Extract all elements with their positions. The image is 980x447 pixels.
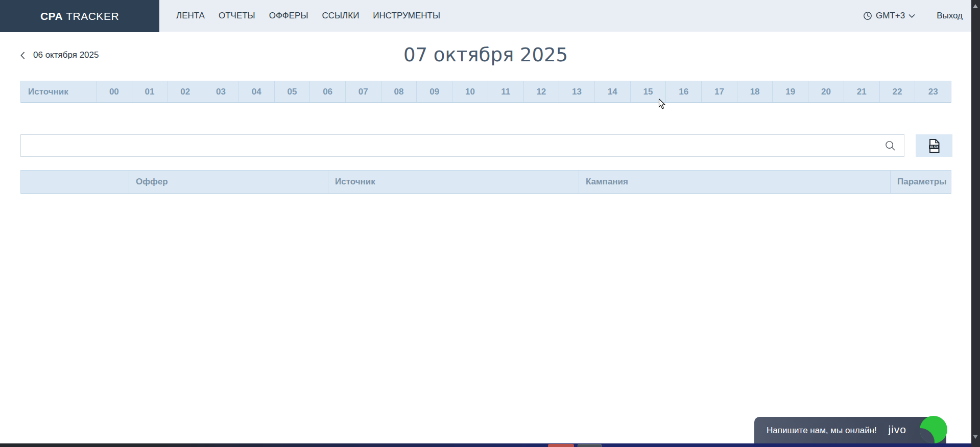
nav-item[interactable]: ИНСТРУМЕНТЫ <box>373 11 440 21</box>
search-input[interactable] <box>21 135 885 156</box>
hour-column-header: 02 <box>168 81 203 102</box>
results-column-header: Кампания <box>579 171 891 193</box>
hour-column-header: 04 <box>239 81 275 102</box>
logout-link[interactable]: Выход <box>937 11 963 21</box>
nav-item[interactable]: ССЫЛКИ <box>322 11 359 21</box>
results-column-header <box>21 171 129 193</box>
chat-widget[interactable]: Напишите нам, мы онлайн! jivo <box>754 417 946 447</box>
hour-column-header: 16 <box>666 81 702 102</box>
topbar-right: GMT+3 Выход <box>863 11 980 21</box>
hour-column-header: 23 <box>915 81 951 102</box>
timezone-label: GMT+3 <box>876 11 905 21</box>
nav-bar: ЛЕНТАОТЧЕТЫОФФЕРЫССЫЛКИИНСТРУМЕНТЫ GMT+3… <box>159 0 980 32</box>
search-icon[interactable] <box>885 140 896 151</box>
scroll-up-arrow[interactable] <box>973 4 978 8</box>
app-logo[interactable]: CPA TRACKER <box>0 0 159 32</box>
hour-column-header: 08 <box>381 81 417 102</box>
scroll-down-arrow[interactable] <box>973 435 978 439</box>
timezone-selector[interactable]: GMT+3 <box>863 11 915 21</box>
chat-message: Напишите нам, мы онлайн! <box>767 426 877 436</box>
hour-column-header: 10 <box>452 81 488 102</box>
source-column-header: Источник <box>21 81 97 102</box>
nav-item[interactable]: ОФФЕРЫ <box>269 11 308 21</box>
nav-item[interactable]: ОТЧЕТЫ <box>219 11 255 21</box>
hour-column-header: 18 <box>737 81 773 102</box>
hour-column-header: 07 <box>346 81 381 102</box>
hour-column-header: 20 <box>808 81 844 102</box>
jivo-brand-label: jivo <box>888 424 906 436</box>
page-title: 07 октября 2025 <box>0 44 971 66</box>
hour-column-header: 14 <box>595 81 631 102</box>
chevron-down-icon <box>909 14 915 18</box>
bottom-strip-gray-button <box>578 444 602 447</box>
xlsx-file-icon: XLSX <box>927 138 941 153</box>
bottom-strip <box>0 443 980 447</box>
results-column-header: Параметры <box>891 171 951 193</box>
scrollbar[interactable] <box>971 0 980 447</box>
hour-column-header: 01 <box>132 81 168 102</box>
clock-icon <box>863 11 872 20</box>
hour-column-header: 05 <box>275 81 310 102</box>
svg-text:XLSX: XLSX <box>930 145 939 149</box>
hour-column-header: 06 <box>310 81 346 102</box>
page: CPA TRACKER ЛЕНТАОТЧЕТЫОФФЕРЫССЫЛКИИНСТР… <box>0 0 980 447</box>
hour-columns: 0001020304050607080910111213141516171819… <box>97 81 951 102</box>
hour-column-header: 15 <box>631 81 666 102</box>
logo-bold-text: CPA <box>40 10 63 22</box>
results-header-table: ОфферИсточникКампанияПараметры <box>20 170 951 194</box>
logo-rest-text: TRACKER <box>66 10 119 22</box>
hour-column-header: 21 <box>844 81 880 102</box>
main-nav: ЛЕНТАОТЧЕТЫОФФЕРЫССЫЛКИИНСТРУМЕНТЫ <box>176 11 440 21</box>
hours-header-table: Источник 0001020304050607080910111213141… <box>20 81 951 103</box>
hour-column-header: 12 <box>524 81 560 102</box>
results-column-header: Оффер <box>129 171 328 193</box>
search-input-wrap <box>20 134 904 157</box>
hour-column-header: 17 <box>702 81 737 102</box>
hour-column-header: 09 <box>417 81 452 102</box>
hour-column-header: 11 <box>488 81 524 102</box>
jivo-leaf-icon <box>920 416 947 443</box>
hour-column-header: 19 <box>773 81 808 102</box>
hour-column-header: 22 <box>880 81 916 102</box>
top-navigation-bar: CPA TRACKER ЛЕНТАОТЧЕТЫОФФЕРЫССЫЛКИИНСТР… <box>0 0 980 32</box>
hour-column-header: 03 <box>203 81 239 102</box>
bottom-strip-red-button <box>548 444 574 447</box>
export-xlsx-button[interactable]: XLSX <box>916 134 952 157</box>
hour-column-header: 13 <box>559 81 595 102</box>
hour-column-header: 00 <box>97 81 132 102</box>
results-column-header: Источник <box>328 171 579 193</box>
nav-item[interactable]: ЛЕНТА <box>176 11 205 21</box>
